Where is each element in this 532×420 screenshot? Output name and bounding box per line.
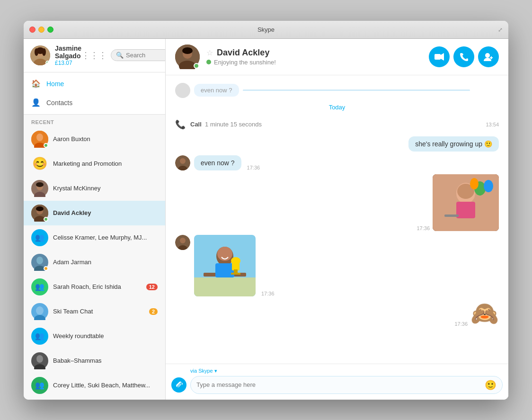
contact-item-ski[interactable]: Ski Team Chat 2: [24, 299, 165, 324]
msg-image-left: [194, 235, 256, 296]
date-divider: Today: [175, 104, 499, 111]
call-log-row: 📞 Call 1 minute 15 seconds 13:54: [175, 116, 499, 133]
contact-name-sarah: Sarah Roach, Eric Ishida: [53, 283, 146, 290]
messages-area: even now ? Today 📞 Call 1 minute 15 seco…: [166, 75, 508, 364]
nav-home[interactable]: 🏠 Home: [24, 74, 165, 93]
contact-item-sarah[interactable]: 👥 Sarah Roach, Eric Ishida 12: [24, 275, 165, 299]
app-window: Skype ⤢: [24, 21, 508, 400]
nav-contacts[interactable]: 👤 Contacts: [24, 93, 165, 112]
svg-rect-58: [231, 273, 240, 275]
contact-item-celisse[interactable]: 👥 Celisse Kramer, Lee Murphy, MJ...: [24, 225, 165, 250]
contact-item-aaron[interactable]: Aaron Buxton: [24, 127, 165, 152]
svg-rect-46: [444, 214, 459, 217]
msg-bubble-left-1: even now ?: [194, 155, 241, 170]
svg-point-5: [42, 48, 46, 56]
emoji-button[interactable]: 🙂: [485, 379, 497, 391]
message-row-right-img: 17:36: [175, 174, 499, 231]
contact-name-celisse: Celisse Kramer, Lee Murphy, MJ...: [53, 234, 158, 241]
msg-content-right-1: she's really growing up 🙂: [408, 136, 499, 152]
msg-time-right-emoji: 17:36: [454, 321, 468, 327]
msg-avatar-left-img: [175, 235, 190, 250]
via-skype-label: via Skype ▾: [190, 368, 503, 374]
nav-items: 🏠 Home 👤 Contacts: [24, 72, 165, 115]
message-row-right-emoji: 17:36 🙈: [175, 300, 499, 327]
profile-status-dot: [45, 61, 50, 65]
contact-avatar-babak: [31, 352, 48, 369]
search-bar[interactable]: 🔍: [111, 49, 166, 61]
input-area: via Skype ▾ 🙂: [166, 364, 508, 400]
close-button[interactable]: [29, 27, 35, 33]
message-input-wrapper[interactable]: 🙂: [190, 376, 503, 394]
svg-point-48: [180, 238, 186, 243]
svg-rect-30: [434, 54, 441, 60]
svg-rect-41: [456, 202, 475, 218]
msg-time-left-img: 17:36: [261, 291, 275, 296]
contact-name-ski: Ski Team Chat: [53, 308, 149, 315]
chat-contact-info: ☆ David Ackley Enjoying the sunshine!: [206, 48, 429, 66]
msg-content-left-1: even now ?: [194, 155, 241, 170]
message-row-left-1: even now ? 17:36: [175, 155, 499, 170]
call-duration: 1 minute 15 seconds: [205, 121, 262, 128]
chat-status-text: Enjoying the sunshine!: [214, 59, 276, 66]
contact-avatar-ski: [31, 303, 48, 320]
msg-time-right-img: 17:36: [417, 225, 430, 231]
contact-name-adam: Adam Jarman: [53, 259, 158, 266]
search-icon: 🔍: [116, 52, 124, 59]
svg-point-36: [180, 158, 186, 164]
message-row-right-1: she's really growing up 🙂: [175, 136, 499, 152]
typing-avatar: [175, 83, 190, 98]
sidebar: Jasmine Salgado £13.07 ⋮⋮⋮ 🔍 🏠 Home: [24, 39, 166, 400]
favorite-star-icon[interactable]: ☆: [206, 48, 213, 57]
svg-point-45: [470, 178, 479, 189]
nav-home-label: Home: [46, 80, 64, 88]
via-dropdown-icon[interactable]: ▾: [214, 368, 217, 374]
profile-credit[interactable]: £13.07: [55, 60, 81, 66]
svg-rect-55: [215, 263, 234, 277]
contact-item-weekly[interactable]: 👥 Weekly roundtable: [24, 324, 165, 349]
profile-avatar[interactable]: [30, 45, 50, 65]
msg-bubble-right-1: she's really growing up 🙂: [408, 136, 499, 152]
phone-icon: [460, 53, 468, 61]
contact-item-krystal[interactable]: Krystal McKinney: [24, 176, 165, 201]
status-dot-adam: [44, 266, 48, 271]
titlebar-right: ⤢: [498, 26, 503, 33]
chat-contact-name-row: ☆ David Ackley: [206, 48, 429, 58]
profile-name: Jasmine Salgado: [55, 45, 81, 60]
svg-point-59: [231, 257, 240, 265]
via-skype-link[interactable]: Skype: [198, 368, 213, 374]
window-title: Skype: [257, 26, 275, 33]
contacts-icon: 👤: [31, 98, 41, 107]
chat-status-dot: [194, 63, 199, 69]
msg-image-right: [433, 174, 499, 231]
contact-avatar-marketing: 😊: [31, 155, 48, 172]
contact-item-corey[interactable]: 👥 Corey Little, Suki Beach, Matthew...: [24, 373, 165, 398]
contact-avatar-corey: 👥: [31, 377, 48, 394]
contact-item-marketing[interactable]: 😊 Marketing and Promotion: [24, 152, 165, 176]
contact-item-babak[interactable]: Babak–Shammas: [24, 349, 165, 373]
grid-icon[interactable]: ⋮⋮⋮: [81, 50, 107, 61]
contact-avatar-krystal: [31, 180, 48, 197]
chat-contact-avatar: [175, 45, 200, 69]
search-input[interactable]: [126, 52, 166, 59]
titlebar: Skype ⤢: [24, 21, 508, 39]
chat-online-dot: [206, 60, 211, 64]
main-content: Jasmine Salgado £13.07 ⋮⋮⋮ 🔍 🏠 Home: [24, 39, 508, 400]
msg-avatar-left-1: [175, 155, 190, 170]
contact-name-corey: Corey Little, Suki Beach, Matthew...: [53, 382, 158, 389]
svg-point-16: [36, 206, 44, 211]
add-contact-button[interactable]: [478, 46, 499, 67]
contact-item-david[interactable]: David Ackley: [24, 201, 165, 225]
fullscreen-button[interactable]: [47, 27, 53, 33]
via-label-text: via: [190, 368, 198, 374]
contact-name-babak: Babak–Shammas: [53, 357, 158, 364]
attach-button[interactable]: [171, 377, 186, 393]
video-call-button[interactable]: [429, 46, 450, 67]
voice-call-button[interactable]: [453, 46, 474, 67]
add-person-icon: [484, 53, 493, 61]
minimize-button[interactable]: [38, 27, 44, 33]
history-item[interactable]: 🕐 History: [24, 398, 165, 400]
chat-actions: [429, 46, 499, 67]
contact-item-adam[interactable]: Adam Jarman: [24, 250, 165, 275]
profile-info: Jasmine Salgado £13.07: [55, 45, 81, 66]
message-input[interactable]: [196, 381, 482, 388]
